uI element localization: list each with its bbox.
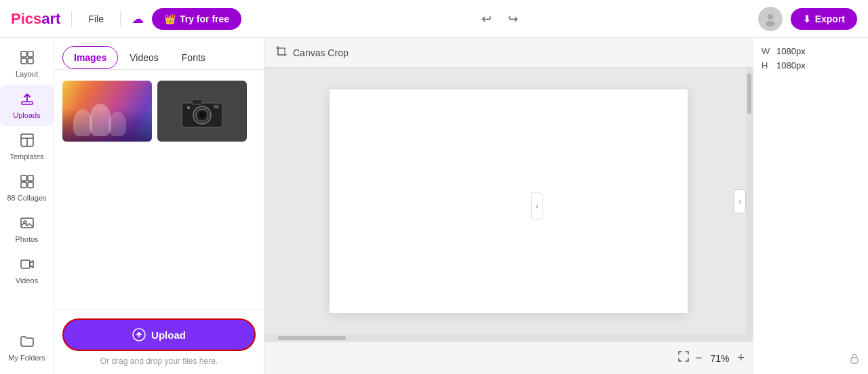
lock-icon[interactable] xyxy=(849,353,860,366)
sidebar-label-collages: 88 Collages xyxy=(7,194,46,202)
try-free-label: Try for free xyxy=(180,14,229,24)
width-row: W 1080px xyxy=(762,46,860,56)
width-label: W xyxy=(762,46,772,56)
collapse-panel-button[interactable]: ‹ xyxy=(531,192,543,220)
sidebar-label-layout: Layout xyxy=(16,70,38,78)
uploads-panel: Images Videos Fonts xyxy=(54,38,264,374)
height-row: H 1080px xyxy=(762,60,860,70)
canvas-toolbar-label: Canvas Crop xyxy=(293,47,349,58)
svg-rect-26 xyxy=(851,358,858,363)
svg-point-0 xyxy=(768,14,773,20)
try-free-button[interactable]: 👑 Try for free xyxy=(152,8,241,30)
canvas-area: Canvas Crop › − 71% + xyxy=(264,38,753,374)
canvas-toolbar: Canvas Crop xyxy=(264,38,753,68)
tab-videos[interactable]: Videos xyxy=(118,46,170,69)
svg-point-24 xyxy=(187,106,190,109)
svg-rect-10 xyxy=(21,175,26,181)
avatar[interactable] xyxy=(758,7,783,31)
download-icon: ⬇ xyxy=(803,14,811,24)
crop-icon xyxy=(275,45,288,60)
sidebar-item-uploads[interactable]: Uploads xyxy=(0,85,54,126)
sidebar-item-templates[interactable]: Templates xyxy=(0,126,54,167)
zoom-level: 71% xyxy=(707,353,732,364)
svg-rect-5 xyxy=(28,58,33,64)
topbar: Picsart File ☁ 👑 Try for free ↩ ↪ ⬇ Expo… xyxy=(0,0,868,38)
height-label: H xyxy=(762,60,772,70)
logo[interactable]: Picsart xyxy=(11,10,60,28)
upload-area: Upload Or drag and drop your files here. xyxy=(54,310,264,374)
thumbnail-1[interactable] xyxy=(62,81,152,142)
scrollbar-horizontal[interactable] xyxy=(264,335,753,341)
sidebar-label-myfolders: My Folders xyxy=(8,354,45,362)
topbar-center: ↩ ↪ xyxy=(250,9,750,29)
svg-point-1 xyxy=(766,21,775,26)
topbar-right: ⬇ Export xyxy=(758,7,857,31)
width-value: 1080px xyxy=(776,46,806,56)
svg-rect-14 xyxy=(21,218,33,228)
sidebar-label-templates: Templates xyxy=(9,152,43,161)
svg-rect-16 xyxy=(21,260,30,268)
panel-content xyxy=(54,70,264,310)
tab-fonts[interactable]: Fonts xyxy=(170,46,217,69)
collages-icon xyxy=(20,174,35,191)
export-button[interactable]: ⬇ Export xyxy=(791,8,857,30)
scrollbar-vertical[interactable] xyxy=(746,68,753,335)
panel-tabs: Images Videos Fonts xyxy=(54,38,264,70)
redo-button[interactable]: ↪ xyxy=(505,9,521,29)
svg-rect-13 xyxy=(28,182,33,188)
sidebar-item-layout[interactable]: Layout xyxy=(0,43,54,85)
sidebar-label-uploads: Uploads xyxy=(13,111,40,119)
topbar-divider xyxy=(71,11,72,27)
topbar-divider2 xyxy=(120,11,121,27)
uploads-icon xyxy=(20,91,35,108)
tab-images[interactable]: Images xyxy=(62,46,118,69)
undo-button[interactable]: ↩ xyxy=(479,9,494,29)
zoom-in-button[interactable]: + xyxy=(737,351,745,365)
right-panel: W 1080px H 1080px xyxy=(753,38,868,374)
videos-icon xyxy=(20,257,35,274)
upload-icon xyxy=(132,328,146,341)
myfolders-icon xyxy=(20,334,35,351)
svg-rect-12 xyxy=(21,182,26,188)
canvas-bottom-bar: − 71% + xyxy=(264,341,753,374)
fit-screen-button[interactable] xyxy=(677,350,690,366)
sidebar-label-photos: Photos xyxy=(15,235,38,243)
canvas-content xyxy=(330,89,688,313)
sidebar-item-videos[interactable]: Videos xyxy=(0,250,54,291)
main-area: Layout Uploads Templates xyxy=(0,38,868,374)
upload-button[interactable]: Upload xyxy=(62,318,256,351)
canvas-viewport[interactable]: › xyxy=(264,68,753,335)
crown-icon: 👑 xyxy=(164,14,176,24)
file-menu-button[interactable]: File xyxy=(83,11,109,27)
thumbnail-2[interactable] xyxy=(157,81,247,142)
sidebar-item-collages[interactable]: 88 Collages xyxy=(0,167,54,209)
svg-rect-11 xyxy=(28,175,33,181)
sidebar: Layout Uploads Templates xyxy=(0,38,54,374)
sidebar-label-videos: Videos xyxy=(16,276,38,285)
svg-rect-6 xyxy=(22,102,33,104)
svg-rect-23 xyxy=(214,105,219,108)
drag-drop-hint: Or drag and drop your files here. xyxy=(62,356,256,366)
sidebar-item-photos[interactable]: Photos xyxy=(0,209,54,250)
svg-rect-3 xyxy=(28,51,33,57)
svg-point-21 xyxy=(199,112,205,119)
export-label: Export xyxy=(815,14,845,24)
svg-rect-2 xyxy=(21,51,26,57)
logo-text: Picsart xyxy=(11,10,60,28)
zoom-out-button[interactable]: − xyxy=(695,351,703,365)
height-value: 1080px xyxy=(776,60,806,70)
photos-icon xyxy=(20,215,35,232)
expand-right-button[interactable]: › xyxy=(734,189,746,213)
svg-rect-22 xyxy=(192,100,202,104)
sidebar-item-myfolders[interactable]: My Folders xyxy=(0,327,54,369)
image-grid xyxy=(62,81,256,142)
svg-rect-4 xyxy=(21,58,26,64)
cloud-icon: ☁ xyxy=(132,12,144,26)
upload-label: Upload xyxy=(151,329,186,341)
templates-icon xyxy=(20,133,35,150)
layout-icon xyxy=(20,50,35,67)
